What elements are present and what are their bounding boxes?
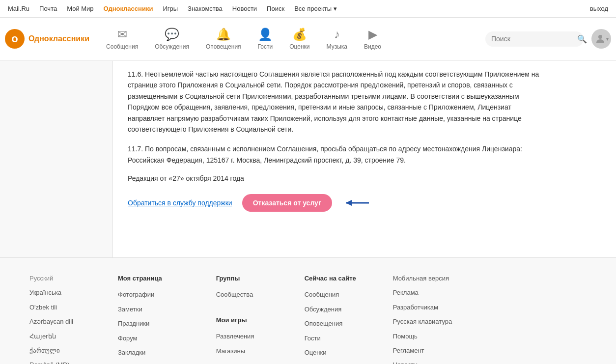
nav-music[interactable]: ♪ Музыка	[320, 24, 354, 54]
footer-now-guests[interactable]: Гости	[305, 333, 364, 344]
logo-icon: о	[5, 29, 25, 49]
footer-mobile[interactable]: Мобильная версия	[393, 273, 452, 284]
nav-video-label: Видео	[364, 43, 381, 50]
topnav-all-projects[interactable]: Все проекты ▾	[294, 5, 337, 12]
main-content: 11.6. Неотъемлемой частью настоящего Сог…	[113, 61, 555, 257]
nav-notifications-label: Оповещения	[206, 43, 241, 50]
action-bar: Обратиться в службу поддержки Отказаться…	[128, 194, 540, 212]
footer-notes[interactable]: Заметки	[118, 304, 187, 315]
topnav-novosti[interactable]: Новости	[232, 5, 257, 12]
footer-developers[interactable]: Разработчикам	[393, 302, 452, 313]
search-area: 🔍	[485, 31, 584, 47]
topnav-moimir[interactable]: Мой Мир	[67, 5, 93, 12]
topnav-odnoklassniki[interactable]: Одноклассники	[104, 5, 153, 12]
sidebar	[0, 61, 113, 257]
chevron-down-icon: ▾	[334, 5, 337, 12]
footer-now-messages[interactable]: Сообщения	[305, 289, 364, 300]
footer-my-page-title: Моя страница	[118, 273, 187, 284]
main-navigation: о Одноклассники ✉ Сообщения 💬 Обсуждения…	[0, 18, 616, 61]
nav-music-label: Музыка	[327, 43, 347, 50]
footer-languages: Русский Українська O'zbek tili Azərbayca…	[29, 273, 88, 364]
arrow-indicator	[342, 196, 371, 210]
footer-shops[interactable]: Магазины	[216, 345, 275, 357]
footer-now-title: Сейчас на сайте	[305, 273, 364, 284]
svg-marker-2	[346, 200, 352, 206]
nav-discussions-label: Обсуждения	[155, 43, 189, 50]
guests-icon: 👤	[258, 28, 273, 41]
language-uzbek[interactable]: O'zbek tili	[29, 302, 88, 313]
nav-guests-label: Гости	[258, 43, 273, 50]
nav-ratings-label: Оценки	[289, 43, 309, 50]
footer-now-discussions[interactable]: Обсуждения	[305, 304, 364, 315]
logo-text: Одноклассники	[28, 34, 89, 43]
language-armenian[interactable]: Հայerեն	[29, 331, 88, 342]
topnav-pochta[interactable]: Почта	[39, 5, 57, 12]
footer-my-games-title: Мои игры	[216, 314, 275, 326]
logo[interactable]: о Одноклассники	[5, 29, 89, 49]
music-icon: ♪	[334, 28, 340, 41]
footer-now-ratings[interactable]: Оценки	[305, 347, 364, 358]
footer-about[interactable]: О себе	[118, 361, 187, 364]
footer-my-page: Моя страница Фотографии Заметки Праздник…	[118, 273, 187, 364]
footer-groups: Группы Сообщества Мои игры Развлечения М…	[216, 273, 275, 364]
left-arrow-icon	[342, 196, 371, 210]
nav-items: ✉ Сообщения 💬 Обсуждения 🔔 Оповещения 👤 …	[99, 24, 485, 54]
section-11-7: 11.7. По вопросам, связанным с исполнени…	[128, 143, 540, 166]
topnav-poisk[interactable]: Поиск	[267, 5, 284, 12]
nav-notifications[interactable]: 🔔 Оповещения	[199, 24, 248, 54]
user-menu-arrow: ▾	[606, 36, 609, 42]
logout-link[interactable]: выход	[590, 5, 608, 12]
nav-video[interactable]: ▶ Видео	[357, 24, 388, 54]
language-azerbaijani[interactable]: Azərbaycan dili	[29, 316, 88, 327]
footer-now-notifications[interactable]: Оповещения	[305, 318, 364, 329]
footer-holidays[interactable]: Праздники	[118, 318, 187, 329]
search-input[interactable]	[491, 35, 577, 43]
footer-entertainment[interactable]: Развлечения	[216, 331, 275, 342]
topnav-znakomstva[interactable]: Знакомства	[188, 5, 223, 12]
footer-regulations[interactable]: Регламент	[393, 345, 452, 356]
language-romanian[interactable]: Română (MD)	[29, 359, 88, 364]
search-button[interactable]: 🔍	[577, 34, 587, 44]
support-link[interactable]: Обратиться в службу поддержки	[128, 199, 232, 207]
notifications-icon: 🔔	[216, 28, 231, 41]
video-icon: ▶	[368, 28, 377, 41]
revision-date: Редакция от «27» октября 2014 года	[128, 174, 540, 182]
footer-company: Мобильная версия Реклама Разработчикам Р…	[393, 273, 452, 364]
topnav-igry[interactable]: Игры	[163, 5, 178, 12]
language-ukrainian[interactable]: Українська	[29, 287, 88, 298]
footer-bookmarks[interactable]: Закладки	[118, 347, 187, 358]
footer-now-on-site: Сейчас на сайте Сообщения Обсуждения Опо…	[305, 273, 364, 364]
footer-help[interactable]: Помощь	[393, 331, 452, 342]
nav-messages[interactable]: ✉ Сообщения	[99, 24, 145, 54]
section-11-6: 11.6. Неотъемлемой частью настоящего Сог…	[128, 69, 540, 135]
language-russian[interactable]: Русский	[29, 273, 88, 284]
footer-photos[interactable]: Фотографии	[118, 289, 187, 300]
svg-point-0	[598, 35, 602, 39]
footer-ads[interactable]: Реклама	[393, 287, 452, 298]
top-navigation: Mail.Ru Почта Мой Мир Одноклассники Игры…	[0, 0, 616, 18]
footer-forum[interactable]: Форум	[118, 333, 187, 344]
footer-news[interactable]: Новости	[393, 359, 452, 364]
nav-messages-label: Сообщения	[106, 43, 138, 50]
footer-communities[interactable]: Сообщества	[216, 289, 275, 300]
content-wrapper: 11.6. Неотъемлемой частью настоящего Сог…	[0, 61, 616, 257]
nav-discussions[interactable]: 💬 Обсуждения	[148, 24, 196, 54]
avatar[interactable]: ▾	[591, 29, 611, 49]
footer: Русский Українська O'zbek tili Azərbayca…	[0, 257, 616, 364]
topnav-mailru[interactable]: Mail.Ru	[8, 5, 29, 12]
nav-guests[interactable]: 👤 Гости	[251, 24, 280, 54]
discussions-icon: 💬	[165, 28, 179, 41]
ratings-icon: 💰	[292, 28, 307, 41]
nav-ratings[interactable]: 💰 Оценки	[282, 24, 316, 54]
messages-icon: ✉	[117, 28, 127, 41]
decline-button[interactable]: Отказаться от услуг	[242, 194, 332, 212]
footer-keyboard[interactable]: Русская клавиатура	[393, 316, 452, 327]
language-georgian[interactable]: ქართული	[29, 345, 88, 356]
footer-groups-title: Группы	[216, 273, 275, 284]
